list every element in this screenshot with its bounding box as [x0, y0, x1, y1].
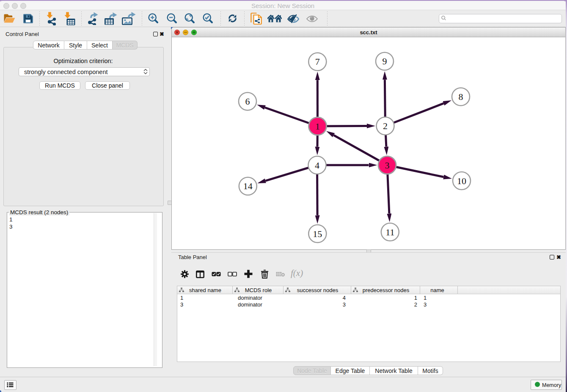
svg-text:6: 6	[245, 96, 250, 107]
svg-text:11: 11	[385, 227, 394, 237]
svg-text:4: 4	[315, 160, 319, 171]
svg-text:8: 8	[459, 91, 463, 102]
svg-text:2: 2	[383, 121, 388, 131]
svg-text:1: 1	[315, 121, 320, 132]
svg-text:15: 15	[313, 229, 322, 239]
svg-text:7: 7	[315, 56, 320, 67]
svg-text:14: 14	[243, 181, 253, 191]
svg-text:9: 9	[383, 56, 387, 66]
svg-text:3: 3	[385, 160, 390, 171]
svg-text:10: 10	[457, 176, 466, 186]
